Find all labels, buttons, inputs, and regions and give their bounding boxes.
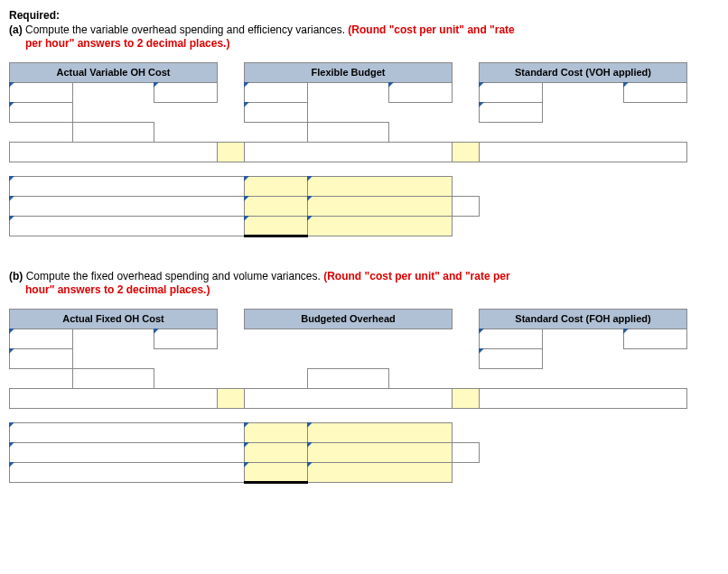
wide-cell[interactable] <box>245 388 453 408</box>
part-a-grid: Actual Variable OH Cost Flexible Budget … <box>9 62 719 237</box>
variance-amount-cell[interactable] <box>245 196 308 216</box>
input-cell[interactable] <box>624 329 687 348</box>
part-a-marker: (a) <box>9 23 25 36</box>
variance-label-cell[interactable] <box>10 442 245 462</box>
input-cell[interactable] <box>245 82 308 102</box>
variance-label-cell[interactable] <box>10 196 245 216</box>
part-b-text: Compute the fixed overhead spending and … <box>26 270 324 282</box>
input-cell[interactable] <box>10 102 73 122</box>
variance-type-cell[interactable] <box>308 196 453 216</box>
wide-cell[interactable] <box>10 388 218 408</box>
input-cell[interactable] <box>154 82 218 102</box>
required-heading: Required: (a) Compute the variable overh… <box>9 9 719 51</box>
input-cell[interactable] <box>10 82 73 102</box>
variance-type-cell[interactable] <box>308 442 453 462</box>
part-a-red1: (Round "cost per unit" and "rate <box>348 23 514 36</box>
variance-amount-cell[interactable] <box>245 462 308 482</box>
result-cell[interactable] <box>453 388 480 408</box>
required-label: Required: <box>9 9 60 22</box>
part-b-prompt: (b) Compute the fixed overhead spending … <box>9 270 719 298</box>
input-cell[interactable] <box>245 102 308 122</box>
header-standard-voh: Standard Cost (VOH applied) <box>480 62 687 82</box>
header-budgeted-overhead: Budgeted Overhead <box>245 309 453 329</box>
input-cell[interactable] <box>480 102 543 122</box>
input-cell[interactable] <box>10 329 73 348</box>
wide-cell[interactable] <box>480 388 687 408</box>
variance-type-cell[interactable] <box>308 462 453 482</box>
input-cell[interactable] <box>154 329 218 348</box>
variance-label-cell[interactable] <box>10 422 245 442</box>
input-cell[interactable] <box>453 442 480 462</box>
variance-table-b: Actual Fixed OH Cost Budgeted Overhead S… <box>9 309 687 484</box>
input-cell[interactable] <box>480 329 543 348</box>
input-cell[interactable] <box>480 82 543 102</box>
input-cell[interactable] <box>73 122 154 142</box>
input-cell[interactable] <box>308 122 389 142</box>
variance-table-a: Actual Variable OH Cost Flexible Budget … <box>9 62 687 237</box>
part-a-text: Compute the variable overhead spending a… <box>25 23 348 36</box>
wide-cell[interactable] <box>245 142 453 162</box>
header-flexible-budget: Flexible Budget <box>245 62 453 82</box>
input-cell[interactable] <box>624 82 687 102</box>
input-cell[interactable] <box>308 368 389 388</box>
result-cell[interactable] <box>218 388 245 408</box>
part-b-red1: (Round "cost per unit" and "rate per <box>323 270 509 282</box>
part-a-red2: per hour" answers to 2 decimal places.) <box>9 37 719 51</box>
variance-amount-cell[interactable] <box>245 422 308 442</box>
variance-label-cell[interactable] <box>10 216 245 236</box>
variance-type-cell[interactable] <box>308 176 453 196</box>
header-standard-foh: Standard Cost (FOH applied) <box>480 309 687 329</box>
variance-type-cell[interactable] <box>308 422 453 442</box>
header-actual-foh: Actual Fixed OH Cost <box>10 309 218 329</box>
header-actual-voh: Actual Variable OH Cost <box>10 62 218 82</box>
result-cell[interactable] <box>453 142 480 162</box>
variance-amount-cell[interactable] <box>245 442 308 462</box>
part-b-grid: Actual Fixed OH Cost Budgeted Overhead S… <box>9 309 719 484</box>
variance-amount-cell[interactable] <box>245 176 308 196</box>
variance-label-cell[interactable] <box>10 462 245 482</box>
input-cell[interactable] <box>389 82 453 102</box>
wide-cell[interactable] <box>480 142 687 162</box>
input-cell[interactable] <box>453 196 480 216</box>
input-cell[interactable] <box>480 348 543 368</box>
wide-cell[interactable] <box>10 142 218 162</box>
variance-amount-cell[interactable] <box>245 216 308 236</box>
input-cell[interactable] <box>73 368 154 388</box>
variance-label-cell[interactable] <box>10 176 245 196</box>
input-cell[interactable] <box>10 348 73 368</box>
result-cell[interactable] <box>218 142 245 162</box>
part-b-marker: (b) <box>9 270 26 282</box>
variance-type-cell[interactable] <box>308 216 453 236</box>
part-b-red2: hour" answers to 2 decimal places.) <box>9 283 719 298</box>
